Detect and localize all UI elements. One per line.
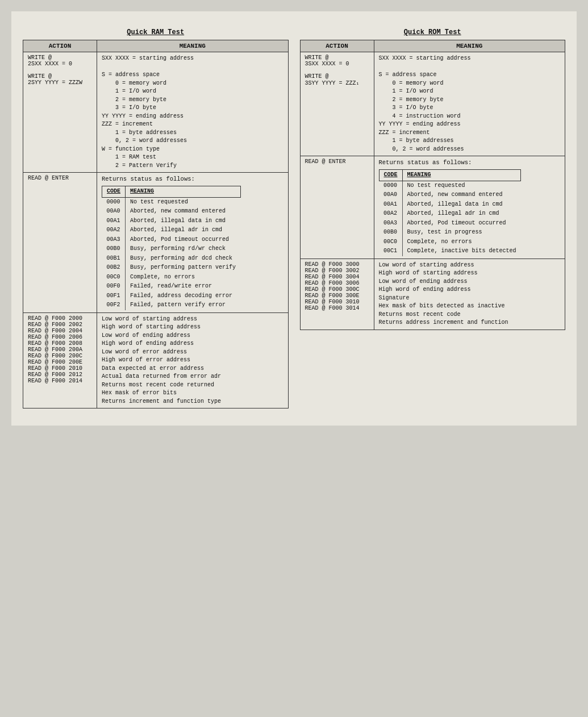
- status-meaning: Failed, address decoding error: [126, 291, 241, 301]
- rom-header-meaning: MEANING: [374, 40, 565, 52]
- status-code: 00C0: [379, 237, 402, 247]
- status-meaning: No test requested: [402, 181, 521, 190]
- meaning-cell: Returns status as follows:CODEMEANING000…: [97, 173, 289, 313]
- status-code: 00F1: [102, 291, 126, 301]
- status-code: 00A1: [102, 216, 126, 226]
- status-row: 00A2Aborted, illegal adr in cmd: [379, 209, 521, 219]
- status-code: 00B0: [379, 228, 402, 237]
- status-code: 00A2: [379, 209, 402, 219]
- meaning-prefix: Returns status as follows:: [102, 175, 283, 184]
- status-meaning: Busy, performing rd/wr check: [126, 244, 241, 254]
- status-row: 00B0Busy, test in progress: [379, 228, 521, 237]
- status-meaning-header: MEANING: [126, 186, 241, 198]
- status-meaning: Aborted, illegal adr in cmd: [402, 209, 521, 219]
- status-row: 00B0Busy, performing rd/wr check: [102, 244, 241, 254]
- status-code: 00B0: [102, 244, 126, 254]
- action-cell: READ @ ENTER: [23, 173, 97, 313]
- status-table: CODEMEANING0000No test requested00A0Abor…: [379, 169, 522, 256]
- meaning-cell: Returns status as follows:CODEMEANING000…: [374, 156, 565, 259]
- rom-table: ACTION MEANING WRITE @ 3SXX XXXX = 0 WRI…: [300, 40, 566, 330]
- meaning-cell: SXX XXXX = starting address S = address …: [374, 52, 565, 156]
- status-code-header: CODE: [102, 186, 126, 198]
- status-row: 00C1Complete, inactive bits detected: [379, 247, 521, 256]
- status-code: 00A2: [102, 226, 126, 235]
- status-meaning-header: MEANING: [402, 170, 521, 181]
- status-meaning: Failed, pattern verify error: [126, 301, 241, 310]
- status-row: 00B2Busy, performing pattern verify: [102, 263, 241, 273]
- status-code: 00F0: [102, 282, 126, 291]
- status-code: 00A0: [102, 207, 126, 216]
- status-row: 00C0Complete, no errors: [379, 237, 521, 247]
- table-row: WRITE @ 2SXX XXXX = 0 WRITE @ 2SYY YYYY …: [23, 52, 289, 173]
- status-code: 0000: [379, 181, 402, 190]
- status-row: 00C0Complete, no errors: [102, 273, 241, 282]
- rom-section: Quick ROM Test ACTION MEANING WRITE @ 3S…: [300, 28, 566, 330]
- status-row: 00F0Failed, read/write error: [102, 282, 241, 291]
- status-code: 00A0: [379, 190, 402, 200]
- status-code: 00F2: [102, 301, 126, 310]
- status-row: 00B1Busy, performing adr dcd check: [102, 254, 241, 264]
- rom-header-action: ACTION: [300, 40, 374, 52]
- status-row: 00A0Aborted, new command entered: [102, 207, 241, 216]
- status-row: 00A1Aborted, illegal data in cmd: [379, 200, 521, 210]
- ram-header-meaning: MEANING: [97, 40, 289, 52]
- table-row: READ @ F000 2000 READ @ F000 2002 READ @…: [23, 312, 289, 408]
- status-meaning: Aborted, illegal data in cmd: [126, 216, 241, 226]
- status-meaning: Aborted, new command entered: [126, 207, 241, 216]
- action-cell: READ @ ENTER: [300, 156, 374, 259]
- action-cell: READ @ F000 3000 READ @ F000 3002 READ @…: [300, 259, 374, 330]
- status-meaning: Complete, no errors: [126, 273, 241, 282]
- status-meaning: Aborted, Pod timeout occurred: [126, 235, 241, 245]
- status-code: 00C1: [379, 247, 402, 256]
- status-meaning: Aborted, illegal data in cmd: [402, 200, 521, 210]
- rom-title: Quick ROM Test: [300, 28, 566, 36]
- status-meaning: Complete, no errors: [402, 237, 521, 247]
- meaning-cell: Low word of starting address High word o…: [97, 312, 289, 408]
- tables-container: Quick RAM Test ACTION MEANING WRITE @ 2S…: [23, 28, 565, 408]
- status-meaning: Aborted, new command entered: [402, 190, 521, 200]
- meaning-cell: SXX XXXX = starting address S = address …: [97, 52, 289, 173]
- status-code: 00A1: [379, 200, 402, 210]
- status-code: 00B2: [102, 263, 126, 273]
- ram-section: Quick RAM Test ACTION MEANING WRITE @ 2S…: [23, 28, 289, 408]
- status-row: 00F2Failed, pattern verify error: [102, 301, 241, 310]
- status-code: 0000: [102, 197, 126, 207]
- ram-table: ACTION MEANING WRITE @ 2SXX XXXX = 0 WRI…: [23, 40, 289, 408]
- status-meaning: Busy, performing pattern verify: [126, 263, 241, 273]
- status-row: 0000No test requested: [379, 181, 521, 190]
- status-meaning: Aborted, illegal adr in cmd: [126, 226, 241, 235]
- status-row: 00A2Aborted, illegal adr in cmd: [102, 226, 241, 235]
- page: Quick RAM Test ACTION MEANING WRITE @ 2S…: [11, 11, 577, 426]
- status-meaning: Failed, read/write error: [126, 282, 241, 291]
- status-code: 00B1: [102, 254, 126, 264]
- status-row: 00A3Aborted, Pod timeout occurred: [379, 219, 521, 228]
- status-code-header: CODE: [379, 170, 402, 181]
- status-row: 00A1Aborted, illegal data in cmd: [102, 216, 241, 226]
- status-meaning: No test requested: [126, 197, 241, 207]
- status-meaning: Busy, test in progress: [402, 228, 521, 237]
- status-row: 0000No test requested: [102, 197, 241, 207]
- status-table: CODEMEANING0000No test requested00A0Abor…: [102, 186, 241, 310]
- status-code: 00A3: [379, 219, 402, 228]
- ram-title: Quick RAM Test: [23, 28, 289, 36]
- meaning-cell: Low word of starting address High word o…: [374, 259, 565, 330]
- action-cell: WRITE @ 3SXX XXXX = 0 WRITE @ 3SYY YYYY …: [300, 52, 374, 156]
- action-cell: READ @ F000 2000 READ @ F000 2002 READ @…: [23, 312, 97, 408]
- ram-header-action: ACTION: [23, 40, 97, 52]
- status-row: 00A3Aborted, Pod timeout occurred: [102, 235, 241, 245]
- table-row: READ @ ENTERReturns status as follows:CO…: [300, 156, 565, 259]
- table-row: READ @ F000 3000 READ @ F000 3002 READ @…: [300, 259, 565, 330]
- status-code: 00A3: [102, 235, 126, 245]
- status-row: 00F1Failed, address decoding error: [102, 291, 241, 301]
- status-code: 00C0: [102, 273, 126, 282]
- status-meaning: Busy, performing adr dcd check: [126, 254, 241, 264]
- status-meaning: Aborted, Pod timeout occurred: [402, 219, 521, 228]
- status-row: 00A0Aborted, new command entered: [379, 190, 521, 200]
- status-meaning: Complete, inactive bits detected: [402, 247, 521, 256]
- table-row: WRITE @ 3SXX XXXX = 0 WRITE @ 3SYY YYYY …: [300, 52, 565, 156]
- meaning-prefix: Returns status as follows:: [379, 159, 561, 167]
- table-row: READ @ ENTERReturns status as follows:CO…: [23, 173, 289, 313]
- action-cell: WRITE @ 2SXX XXXX = 0 WRITE @ 2SYY YYYY …: [23, 52, 97, 173]
